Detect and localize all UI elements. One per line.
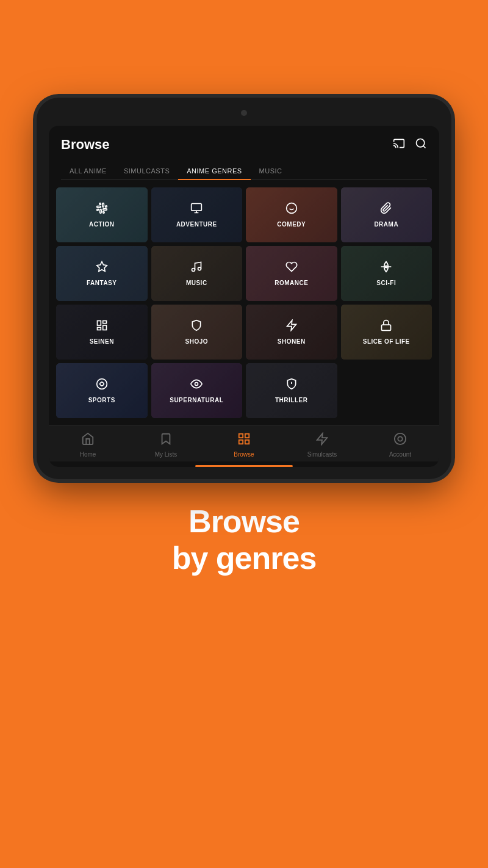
svg-point-19 [96, 379, 107, 389]
nav-simulcasts-label: Simulcasts [307, 451, 337, 458]
svg-rect-14 [102, 325, 106, 330]
tab-anime-genres[interactable]: ANIME GENRES [178, 162, 250, 179]
my-lists-icon [159, 432, 173, 449]
genre-label-music-genre: MUSIC [186, 280, 207, 286]
svg-point-20 [195, 383, 198, 386]
genre-label-drama: DRAMA [374, 221, 398, 228]
seinen-genre-icon [96, 319, 108, 335]
nav-home[interactable]: Home [70, 432, 106, 458]
genre-tile-action[interactable]: ACTION [56, 187, 148, 242]
romance-genre-icon [285, 261, 298, 276]
home-icon [81, 432, 95, 449]
account-icon [393, 432, 407, 449]
supernatural-genre-icon [190, 378, 203, 393]
nav-account-label: Account [389, 451, 411, 458]
nav-active-bar [195, 465, 293, 467]
svg-point-1 [417, 139, 425, 146]
genre-label-supernatural: SUPERNATURAL [170, 397, 223, 403]
svg-point-27 [398, 436, 402, 441]
svg-rect-3 [192, 204, 202, 211]
genre-tile-sci-fi[interactable]: SCI-FI [341, 246, 432, 301]
genre-label-comedy: COMEDY [277, 221, 306, 228]
genre-overlay-music-genre: MUSIC [151, 246, 243, 301]
svg-marker-9 [96, 262, 107, 272]
genre-tile-seinen[interactable]: SEINEN [56, 305, 148, 360]
nav-my-lists[interactable]: My Lists [148, 432, 184, 458]
nav-home-label: Home [80, 451, 96, 458]
comedy-genre-icon [285, 202, 298, 217]
sci-fi-genre-icon [380, 261, 392, 276]
svg-point-26 [395, 433, 406, 444]
genre-grid: ACTIONADVENTURECOMEDYDRAMAFANTASYMUSICRO… [49, 180, 439, 425]
genre-overlay-shojo: SHOJO [151, 305, 243, 360]
thriller-genre-icon [285, 378, 298, 393]
genre-overlay-sci-fi: SCI-FI [341, 246, 432, 301]
nav-browse-label: Browse [234, 451, 254, 458]
genre-label-sports: SPORTS [88, 397, 115, 403]
genre-tile-comedy[interactable]: COMEDY [246, 187, 337, 242]
app-header: Browse [49, 126, 439, 180]
svg-marker-25 [317, 433, 328, 444]
genre-tile-adventure[interactable]: ADVENTURE [151, 187, 243, 242]
promo-line-2: by genres [172, 540, 317, 577]
svg-point-6 [286, 203, 296, 214]
genre-overlay-supernatural: SUPERNATURAL [151, 363, 243, 418]
svg-point-10 [192, 269, 195, 272]
header-icons [393, 137, 427, 153]
page-title: Browse [61, 137, 109, 153]
fantasy-genre-icon [96, 261, 108, 276]
svg-point-11 [198, 267, 201, 270]
svg-marker-17 [287, 320, 296, 331]
svg-rect-15 [102, 321, 106, 324]
adventure-genre-icon [190, 202, 203, 217]
genre-label-fantasy: FANTASY [87, 280, 117, 286]
genre-label-action: ACTION [89, 221, 114, 228]
genre-tile-romance[interactable]: ROMANCE [246, 246, 337, 301]
nav-account[interactable]: Account [382, 432, 418, 458]
tablet-camera [241, 110, 247, 116]
genre-overlay-action: ACTION [56, 187, 148, 242]
cast-icon[interactable] [393, 137, 405, 153]
browse-icon [237, 432, 251, 449]
genre-overlay-slice-of-life: SLICE OF LIFE [341, 305, 432, 360]
genre-label-slice-of-life: SLICE OF LIFE [363, 338, 410, 345]
genre-tile-shonen[interactable]: SHONEN [246, 305, 337, 360]
action-genre-icon [96, 202, 108, 217]
tab-all-anime[interactable]: ALL ANIME [61, 162, 115, 179]
genre-tile-drama[interactable]: DRAMA [341, 187, 432, 242]
slice-of-life-genre-icon [380, 319, 392, 335]
svg-rect-24 [239, 440, 243, 444]
tabs-bar: ALL ANIME SIMULCASTS ANIME GENRES MUSIC [61, 162, 427, 180]
genre-label-seinen: SEINEN [90, 338, 114, 345]
shojo-genre-icon [190, 319, 203, 335]
genre-label-adventure: ADVENTURE [176, 221, 217, 228]
genre-tile-supernatural[interactable]: SUPERNATURAL [151, 363, 243, 418]
bottom-nav: Home My Lists [49, 425, 439, 461]
genre-tile-music-genre[interactable]: MUSIC [151, 246, 243, 301]
svg-rect-18 [382, 325, 391, 330]
search-icon[interactable] [415, 137, 427, 153]
genre-overlay-adventure: ADVENTURE [151, 187, 243, 242]
genre-overlay-fantasy: FANTASY [56, 246, 148, 301]
simulcasts-icon [315, 432, 329, 449]
tablet-screen: Browse [49, 126, 439, 467]
tab-simulcasts[interactable]: SIMULCASTS [115, 162, 178, 179]
nav-browse[interactable]: Browse [226, 432, 262, 458]
genre-overlay-romance: ROMANCE [246, 246, 337, 301]
promo-text: Browse by genres [172, 504, 317, 613]
genre-tile-thriller[interactable]: THRILLER [246, 363, 337, 418]
shonen-genre-icon [285, 319, 298, 335]
tab-music[interactable]: MUSIC [251, 162, 291, 179]
genre-overlay-thriller: THRILLER [246, 363, 337, 418]
genre-label-shojo: SHOJO [185, 338, 208, 345]
svg-rect-22 [245, 434, 249, 438]
genre-tile-shojo[interactable]: SHOJO [151, 305, 243, 360]
svg-rect-23 [245, 440, 249, 444]
svg-line-2 [423, 145, 426, 148]
genre-tile-fantasy[interactable]: FANTASY [56, 246, 148, 301]
genre-tile-sports[interactable]: SPORTS [56, 363, 148, 418]
nav-simulcasts[interactable]: Simulcasts [304, 432, 340, 458]
svg-rect-13 [97, 321, 101, 326]
genre-overlay-seinen: SEINEN [56, 305, 148, 360]
genre-tile-slice-of-life[interactable]: SLICE OF LIFE [341, 305, 432, 360]
